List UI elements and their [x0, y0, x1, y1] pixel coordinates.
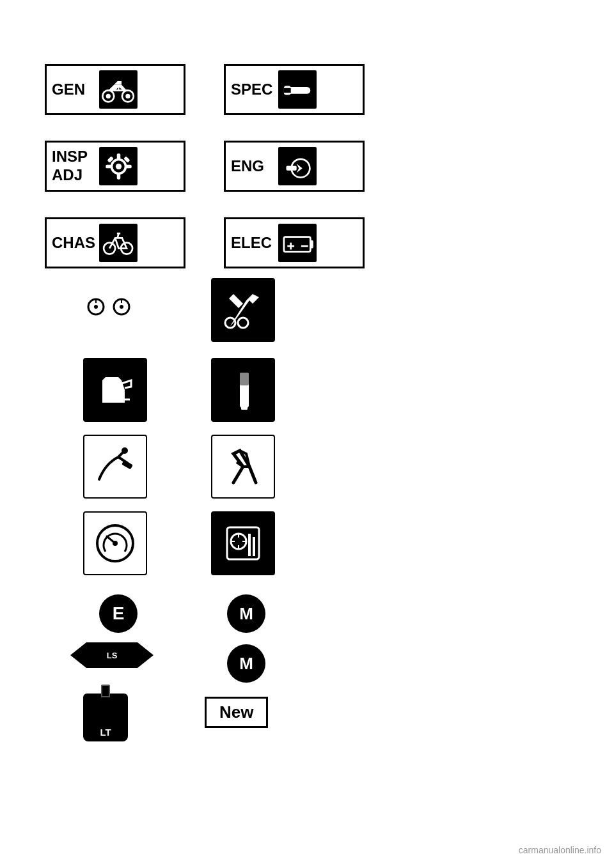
svg-rect-35 [240, 373, 249, 385]
symbol-circle-m2: M [227, 644, 265, 683]
page-content: GEN SPEC [0, 0, 614, 868]
badge-gen-info-label: GEN [52, 81, 97, 99]
badge-gen-info[interactable]: GEN [45, 64, 185, 115]
badge-elec[interactable]: ELEC [224, 217, 365, 268]
svg-rect-12 [106, 164, 111, 168]
badge-chas-icon [99, 224, 138, 262]
icon-oil-can [83, 358, 147, 422]
svg-point-37 [122, 447, 128, 454]
ls-label: LS [86, 642, 138, 668]
svg-rect-7 [283, 88, 290, 92]
badge-chas[interactable]: CHAS [45, 217, 185, 268]
svg-rect-21 [310, 240, 313, 249]
badge-eng[interactable]: ENG [224, 141, 365, 192]
badge-chas-label: CHAS [52, 234, 97, 252]
circle-m2-symbol: M [227, 644, 265, 683]
icon-cable-tool [83, 435, 147, 499]
svg-point-3 [125, 93, 130, 98]
icon-pliers [211, 435, 275, 499]
svg-rect-36 [241, 405, 248, 410]
watermark: carmanualonline.info [519, 845, 601, 855]
svg-point-18 [104, 242, 115, 254]
svg-point-26 [94, 305, 98, 309]
icon-tester [211, 511, 275, 575]
badge-insp-adj-label: INSPADJ [52, 148, 97, 185]
badge-gen-info-icon [99, 70, 138, 109]
svg-point-41 [113, 541, 118, 546]
svg-rect-17 [286, 166, 296, 170]
svg-point-29 [120, 305, 123, 309]
lt-label: LT [100, 727, 111, 738]
symbol-ls-connector: LS [70, 642, 154, 668]
icon-speedometer-small [83, 288, 134, 329]
svg-rect-20 [283, 236, 310, 251]
svg-rect-13 [125, 164, 131, 168]
badge-insp-adj-icon [99, 147, 138, 185]
svg-rect-33 [99, 393, 102, 403]
badge-spec-icon [278, 70, 317, 109]
new-label: New [219, 702, 253, 722]
badge-eng-icon [278, 147, 317, 185]
badge-spec[interactable]: SPEC [224, 64, 365, 115]
symbol-circle-m1: M [227, 594, 265, 633]
circle-e-symbol: E [99, 594, 138, 633]
circle-m1-symbol: M [227, 594, 265, 633]
symbol-lt-bottle: LT [83, 694, 128, 748]
symbol-circle-e: E [99, 594, 138, 633]
icon-gauge [83, 511, 147, 575]
svg-point-32 [238, 318, 248, 328]
svg-point-9 [115, 163, 121, 169]
badge-insp-adj[interactable]: INSPADJ [45, 141, 185, 192]
badges-grid: GEN SPEC [45, 64, 365, 281]
svg-point-1 [106, 93, 110, 98]
icon-wrench-scissors [211, 278, 275, 342]
badge-spec-label: SPEC [231, 81, 276, 99]
badge-elec-icon [278, 224, 317, 262]
svg-point-31 [225, 318, 235, 328]
icon-screwdriver [211, 358, 275, 422]
new-badge: New [205, 697, 268, 728]
badge-eng-label: ENG [231, 157, 276, 176]
svg-rect-11 [116, 173, 120, 179]
badge-elec-label: ELEC [231, 234, 276, 252]
svg-rect-10 [116, 153, 120, 159]
